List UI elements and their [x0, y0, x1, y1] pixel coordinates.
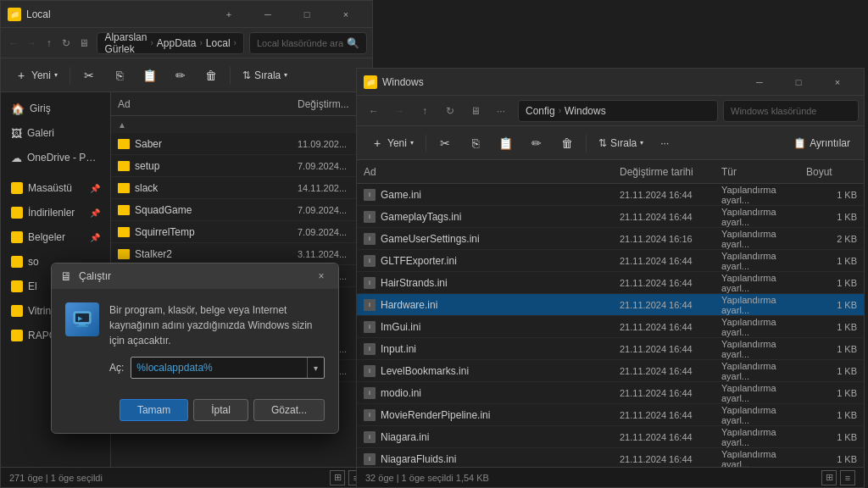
breadcrumb[interactable]: Alparslan Gürlek › AppData › Local › — [97, 32, 243, 54]
list-item[interactable]: setup 7.09.2024... — [111, 155, 372, 177]
rename-button[interactable]: ✏ — [167, 64, 194, 87]
statusbar-local: 271 öge | 1 öge seçildi ⊞ ≡ — [1, 467, 372, 487]
sort-button[interactable]: ⇅ Sırala ▾ — [236, 64, 294, 87]
dialog-title-icon: 🖥 — [60, 269, 72, 283]
list-item[interactable]: iImGui.ini 21.11.2024 16:44 Yapılandırma… — [357, 316, 864, 338]
dialog-input-row: Aç: ▾ — [109, 357, 325, 379]
header-date: Değiştirme tarihi — [620, 166, 721, 178]
breadcrumb-local: Local — [206, 37, 231, 49]
sidebar-item-desktop[interactable]: Masaüstü 📌 — [4, 176, 107, 200]
file-name-cell: iHairStrands.ini — [364, 277, 620, 289]
nav-bar-windows: ← → ↑ ↻ 🖥 ··· Config › Windows Windows k… — [357, 96, 864, 126]
list-item[interactable]: iLevelBookmarks.ini 21.11.2024 16:44 Yap… — [357, 360, 864, 382]
search-placeholder: Windows klasöründe — [731, 106, 817, 116]
run-icon: ▶ — [65, 302, 99, 336]
list-item[interactable]: iGLTFExporter.ini 21.11.2024 16:44 Yapıl… — [357, 250, 864, 272]
home-icon: 🏠 — [11, 103, 25, 115]
titlebar-windows: 📁 Windows ─ □ × — [357, 69, 864, 96]
list-item[interactable]: SquadGame 7.09.2024... — [111, 199, 372, 221]
up-btn[interactable]: ↑ — [413, 99, 437, 123]
close-btn[interactable]: × — [818, 69, 857, 96]
file-name-cell: SquadGame — [118, 204, 298, 216]
paste-button[interactable]: 📋 — [136, 64, 164, 87]
ini-icon: i — [364, 343, 376, 355]
search-box[interactable]: Local klasöründe ara 🔍 — [249, 32, 367, 54]
cut-button[interactable]: ✂ — [75, 64, 103, 87]
grid-view-btn[interactable]: ⊞ — [821, 470, 837, 485]
file-name-cell: iNiagara.ini — [364, 431, 620, 443]
sidebar-item-documents[interactable]: Belgeler 📌 — [4, 225, 107, 249]
forward-btn[interactable]: → — [387, 99, 411, 123]
paste-icon: 📋 — [143, 69, 157, 82]
sidebar-item-downloads[interactable]: İndirilenler 📌 — [4, 201, 107, 225]
cancel-button[interactable]: İptal — [193, 399, 248, 421]
copy-button[interactable]: ⎘ — [462, 131, 489, 155]
paste-button[interactable]: 📋 — [492, 131, 520, 155]
statusbar-text: 271 öge | 1 öge seçildi — [9, 473, 103, 483]
search-placeholder: Local klasöründe ara — [257, 38, 343, 48]
list-item[interactable]: iNiagara.ini 21.11.2024 16:44 Yapılandır… — [357, 426, 864, 448]
copy-button[interactable]: ⎘ — [106, 64, 133, 87]
sort-button[interactable]: ⇅ Sırala ▾ — [592, 131, 650, 155]
dialog-close-btn[interactable]: × — [313, 268, 330, 285]
list-item[interactable]: iMovieRenderPipeline.ini 21.11.2024 16:4… — [357, 404, 864, 426]
ini-icon: i — [364, 453, 376, 465]
dropdown-arrow-icon[interactable]: ▾ — [307, 358, 324, 378]
back-btn[interactable]: ← — [362, 99, 386, 123]
more-options-button[interactable]: ··· — [654, 131, 676, 155]
location-icon: 🖥 — [464, 99, 487, 123]
refresh-btn[interactable]: ↻ — [58, 31, 75, 55]
folder-icon — [11, 182, 23, 194]
toolbar-windows: + Yeni ▾ ✂ ⎘ 📋 ✏ 🗑 ⇅ Sırala ▾ ··· 📋 — [357, 126, 864, 160]
delete-button[interactable]: 🗑 — [198, 64, 225, 87]
list-item[interactable]: iNiagaraFluids.ini 21.11.2024 16:44 Yapı… — [357, 448, 864, 467]
list-item[interactable]: iHardware.ini 21.11.2024 16:44 Yapılandı… — [357, 294, 864, 316]
delete-button[interactable]: 🗑 — [554, 131, 581, 155]
list-item[interactable]: slack 14.11.202... — [111, 177, 372, 199]
new-button[interactable]: + Yeni ▾ — [364, 131, 420, 155]
dialog-input[interactable] — [131, 358, 307, 378]
list-item[interactable]: iGameplayTags.ini 21.11.2024 16:44 Yapıl… — [357, 206, 864, 228]
maximize-btn[interactable]: □ — [287, 1, 326, 28]
forward-btn[interactable]: → — [24, 31, 40, 55]
search-box[interactable]: Windows klasöründe — [723, 100, 859, 122]
refresh-btn[interactable]: ↻ — [438, 99, 462, 123]
list-item[interactable]: iGame.ini 21.11.2024 16:44 Yapılandırma … — [357, 184, 864, 206]
ok-button[interactable]: Tamam — [120, 399, 188, 421]
breadcrumb[interactable]: Config › Windows — [518, 100, 718, 122]
browse-button[interactable]: Gözat... — [253, 399, 325, 421]
minimize-btn[interactable]: ─ — [248, 1, 287, 28]
list-item[interactable]: iHairStrands.ini 21.11.2024 16:44 Yapıla… — [357, 272, 864, 294]
grid-view-btn[interactable]: ⊞ — [330, 470, 345, 485]
list-item[interactable]: iInput.ini 21.11.2024 16:44 Yapılandırma… — [357, 338, 864, 360]
back-btn[interactable]: ← — [6, 31, 22, 55]
minimize-btn[interactable]: ─ — [740, 69, 779, 96]
list-item[interactable]: SquirrelTemp 7.09.2024... — [111, 221, 372, 243]
maximize-btn[interactable]: □ — [779, 69, 818, 96]
sidebar-item-home[interactable]: 🏠 Giriş — [4, 97, 107, 120]
cut-button[interactable]: ✂ — [431, 131, 459, 155]
window-controls: ─ □ × — [740, 69, 857, 96]
dialog-input-wrapper[interactable]: ▾ — [131, 357, 325, 379]
up-btn[interactable]: ↑ — [41, 31, 57, 55]
rename-icon: ✏ — [174, 69, 187, 82]
list-view-btn[interactable]: ≡ — [840, 470, 855, 485]
sidebar-gallery-label: Galeri — [27, 127, 54, 139]
view-toggle: ⊞ ≡ — [821, 470, 855, 485]
ini-icon: i — [364, 409, 376, 421]
list-item[interactable]: Saber 11.09.202... — [111, 133, 372, 155]
details-button[interactable]: 📋 Ayrıntılar — [787, 131, 857, 155]
sidebar-home-label: Giriş — [30, 103, 51, 114]
list-item[interactable]: imodio.ini 21.11.2024 16:44 Yapılandırma… — [357, 382, 864, 404]
sidebar-item-gallery[interactable]: 🖼 Galeri — [4, 121, 107, 145]
close-btn[interactable]: × — [326, 1, 365, 28]
file-name-cell: Saber — [118, 138, 298, 150]
ini-icon: i — [364, 233, 376, 245]
rename-button[interactable]: ✏ — [523, 131, 550, 155]
sidebar-item-onedrive[interactable]: ☁ OneDrive - Persi — [4, 146, 107, 169]
new-tab-btn[interactable]: + — [209, 1, 248, 28]
new-button[interactable]: + Yeni ▾ — [8, 64, 64, 87]
list-item[interactable]: iGameUserSettings.ini 21.11.2024 16:16 Y… — [357, 228, 864, 250]
file-name-cell: imodio.ini — [364, 387, 620, 399]
more-btn[interactable]: ··· — [489, 99, 513, 123]
